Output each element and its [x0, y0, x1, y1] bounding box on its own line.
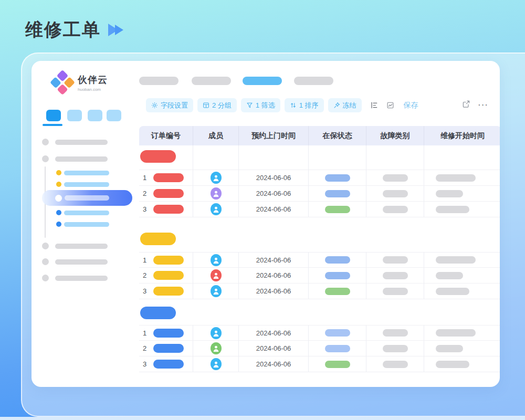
- sidebar-tab-3[interactable]: [88, 110, 102, 121]
- save-button[interactable]: 保存: [404, 101, 418, 110]
- repair-start-pill: [436, 345, 463, 352]
- member-avatar[interactable]: [211, 358, 222, 370]
- bottom-strip: [0, 417, 525, 420]
- appointment-date-cell: 2024-06-06: [239, 186, 309, 201]
- field-settings-button[interactable]: 字段设置: [146, 98, 193, 112]
- member-cell: [193, 284, 239, 299]
- field-settings-label: 字段设置: [161, 101, 188, 110]
- chart-icon[interactable]: [386, 101, 394, 109]
- member-avatar[interactable]: [211, 285, 222, 297]
- filter-icon: [246, 102, 253, 109]
- fault-category-cell: [366, 284, 424, 299]
- subitem-placeholder: [64, 182, 109, 187]
- sidebar-item[interactable]: [42, 258, 108, 265]
- group-button[interactable]: 2 分组: [197, 98, 237, 112]
- member-cell: [193, 341, 239, 356]
- fault-category-cell: [366, 186, 424, 201]
- fault-category-cell: [366, 253, 424, 267]
- group-pill[interactable]: [140, 233, 176, 245]
- sidebar-tab-1[interactable]: [46, 110, 61, 121]
- table-row[interactable]: 32024-06-06: [139, 356, 500, 372]
- order-id-cell: 3: [139, 356, 193, 372]
- column-header[interactable]: 预约上门时间: [239, 126, 309, 145]
- member-cell: [193, 326, 239, 340]
- group-header-cell: [193, 145, 239, 170]
- column-header[interactable]: 在保状态: [309, 126, 366, 145]
- column-header[interactable]: 订单编号: [139, 126, 193, 145]
- sort-button[interactable]: 1 排序: [285, 98, 324, 112]
- warranty-status-pill: [325, 190, 350, 197]
- sidebar-subitem[interactable]: [56, 182, 109, 187]
- column-header[interactable]: 成员: [193, 126, 239, 145]
- appointment-date-cell: 2024-06-06: [239, 253, 309, 267]
- order-id-cell: 1: [139, 326, 193, 340]
- filter-label: 1 筛选: [256, 101, 275, 110]
- repair-start-pill: [436, 329, 476, 337]
- fault-category-pill: [383, 206, 408, 213]
- item-bullet-icon: [42, 275, 49, 281]
- person-icon: [213, 174, 219, 182]
- member-avatar[interactable]: [211, 327, 222, 339]
- group-pill[interactable]: [140, 307, 176, 319]
- sidebar-tab-4[interactable]: [107, 110, 121, 121]
- table-row[interactable]: 32024-06-06: [139, 202, 500, 217]
- repair-start-pill: [436, 174, 476, 182]
- toolbar-right-icons: ···: [462, 100, 488, 110]
- table-row[interactable]: 12024-06-06: [139, 170, 500, 186]
- member-avatar[interactable]: [211, 254, 222, 266]
- row-number: 2: [143, 271, 151, 279]
- table-row[interactable]: 22024-06-06: [139, 186, 500, 202]
- order-id-pill: [153, 173, 184, 182]
- row-height-icon[interactable]: [370, 101, 378, 109]
- fault-category-pill: [383, 329, 408, 337]
- table-row[interactable]: 32024-06-06: [139, 284, 500, 299]
- member-avatar[interactable]: [211, 342, 222, 354]
- sidebar-subitem[interactable]: [56, 222, 109, 227]
- view-pill-4[interactable]: [294, 77, 333, 85]
- table-row[interactable]: 22024-06-06: [139, 341, 500, 356]
- sidebar-selected-item[interactable]: [42, 190, 132, 206]
- share-export-icon[interactable]: [462, 100, 470, 110]
- play-arrow-icon: [115, 25, 123, 35]
- group-header-cell: [424, 145, 500, 170]
- warranty-status-pill: [325, 256, 350, 264]
- filter-button[interactable]: 1 筛选: [241, 98, 280, 112]
- repair-start-pill: [436, 256, 476, 264]
- order-id-cell: 3: [139, 202, 193, 217]
- repair-start-cell: [424, 253, 500, 267]
- table-row[interactable]: 12024-06-06: [139, 252, 500, 268]
- view-pill-1[interactable]: [139, 77, 178, 85]
- more-options-button[interactable]: ···: [478, 102, 488, 108]
- person-icon: [213, 360, 219, 368]
- member-avatar[interactable]: [211, 172, 222, 184]
- sidebar-subitem[interactable]: [56, 170, 109, 175]
- huoban-logo-icon: [50, 70, 75, 95]
- table-row[interactable]: 22024-06-06: [139, 268, 500, 284]
- subitem-placeholder: [64, 211, 109, 215]
- table-row[interactable]: 12024-06-06: [139, 325, 500, 341]
- freeze-button[interactable]: 冻结: [328, 98, 362, 112]
- view-pill-3-active[interactable]: [243, 77, 282, 85]
- sidebar-item[interactable]: [42, 139, 108, 145]
- warranty-status-cell: [309, 284, 366, 299]
- sidebar-tab-2[interactable]: [67, 110, 82, 121]
- order-id-cell: 2: [139, 268, 193, 283]
- warranty-status-pill: [325, 272, 350, 279]
- fault-category-pill: [383, 361, 408, 368]
- sidebar-item[interactable]: [42, 243, 108, 249]
- sidebar-item[interactable]: [42, 155, 108, 162]
- order-id-pill: [153, 205, 184, 214]
- warranty-status-cell: [309, 186, 366, 201]
- fault-category-cell: [366, 326, 424, 340]
- member-avatar[interactable]: [211, 187, 222, 200]
- repair-start-pill: [436, 190, 463, 197]
- member-avatar[interactable]: [211, 269, 222, 281]
- column-header[interactable]: 维修开始时间: [424, 126, 500, 145]
- fault-category-cell: [366, 356, 424, 372]
- sidebar-item[interactable]: [42, 275, 108, 281]
- member-avatar[interactable]: [211, 203, 222, 215]
- column-header[interactable]: 故障类别: [366, 126, 424, 145]
- group-header-row[interactable]: [139, 145, 500, 170]
- view-pill-2[interactable]: [192, 77, 231, 85]
- sidebar-subitem[interactable]: [56, 210, 109, 215]
